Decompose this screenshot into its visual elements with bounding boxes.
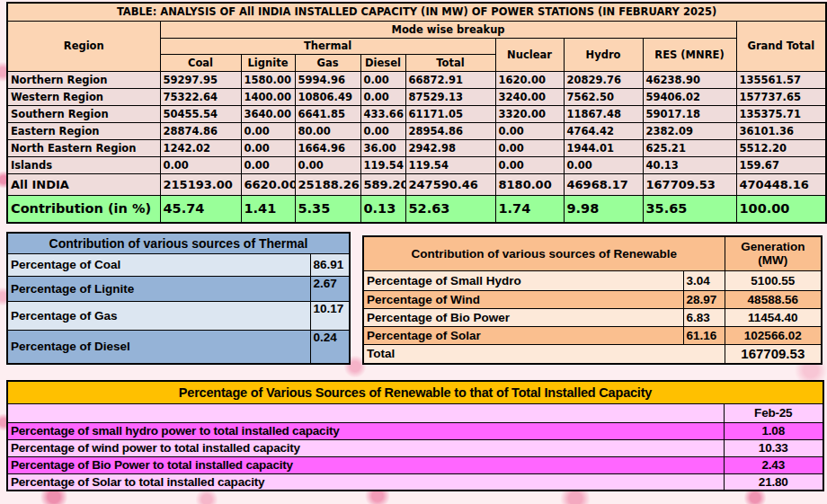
row-label: Islands [7, 156, 160, 173]
cell-hydro: 0.00 [564, 156, 643, 173]
cell-grand-total: 5512.20 [736, 139, 826, 156]
cell-thermal-total: 28954.86 [405, 122, 495, 139]
renewable-header-row: Contribution of various sources of Renew… [363, 236, 822, 270]
row-label: Total [363, 344, 725, 364]
col-header-diesel: Diesel [360, 54, 405, 71]
main-title-row: TABLE: ANALYSIS OF All INDIA INSTALLED C… [7, 3, 826, 21]
cell-value: 21.80 [724, 473, 823, 491]
col-header-hydro: Hydro [564, 38, 643, 71]
cell-nuclear: 1620.00 [495, 71, 564, 88]
row-small-hydro-share: Percentage of small hydro power to total… [7, 422, 823, 439]
row-small-hydro: Percentage of Small Hydro 3.04 5100.55 [363, 270, 822, 290]
cell-generation: 5100.55 [725, 270, 822, 290]
cell-grand-total: 100.00 [736, 195, 826, 223]
cell-nuclear: 0.00 [495, 122, 564, 139]
row-label: Percentage of Coal [7, 253, 310, 276]
row-renewable-total: Total 167709.53 [363, 344, 822, 364]
cell-value: 2.43 [724, 456, 823, 473]
cell-gas: 5994.96 [295, 71, 360, 88]
cell-lignite: 1400.00 [241, 88, 295, 105]
installed-capacity-table: TABLE: ANALYSIS OF All INDIA INSTALLED C… [6, 2, 827, 224]
row-label: Percentage of Bio Power to total install… [7, 456, 724, 473]
slide-background: { "colors": { "header_peach": "#fcd5b4",… [0, 0, 827, 504]
col-header-region: Region [7, 21, 160, 71]
row-label: Percentage of Solar [363, 326, 683, 344]
row-label: Percentage of small hydro power to total… [7, 422, 724, 439]
header-row-1: Region Mode wise breakup Grand Total [7, 21, 826, 38]
row-wind-share: Percentage of wind power to total instal… [7, 439, 823, 456]
cell-lignite: 0.00 [241, 122, 295, 139]
share-title-row: Percentage of Various Sources of Renewab… [7, 381, 823, 403]
row-all-india: All INDIA 215193.00 6620.00 25188.26 589… [7, 173, 826, 195]
cell-hydro: 4764.42 [564, 122, 643, 139]
cell-coal: 28874.86 [160, 122, 241, 139]
cell-res: 46238.90 [643, 71, 736, 88]
col-header-thermal-total: Total [405, 54, 495, 71]
row-label: Percentage of Lignite [7, 276, 310, 301]
row-label: Percentage of Diesel [7, 330, 310, 364]
cell-generation: 48588.56 [725, 290, 822, 308]
cell-hydro: 1944.01 [564, 139, 643, 156]
row-label: Percentage of Wind [363, 290, 683, 308]
row-label: North Eastern Region [7, 139, 160, 156]
share-table-title: Percentage of Various Sources of Renewab… [7, 381, 823, 403]
cell-grand-total: 157737.65 [736, 88, 826, 105]
cell-coal: 215193.00 [160, 173, 241, 195]
row-southern-region: Southern Region 50455.54 3640.00 6641.85… [7, 105, 826, 122]
col-header-grand-total: Grand Total [736, 21, 826, 71]
cell-nuclear: 3320.00 [495, 105, 564, 122]
cell-thermal-total: 2942.98 [405, 139, 495, 156]
cell-percent: 28.97 [683, 290, 725, 308]
cell-thermal-total: 66872.91 [405, 71, 495, 88]
row-diesel-percent: Percentage of Diesel 0.24 [7, 330, 350, 364]
row-label: Eastern Region [7, 122, 160, 139]
cell-res: 59406.02 [643, 88, 736, 105]
row-northern-region: Northern Region 59297.95 1580.00 5994.96… [7, 71, 826, 88]
cell-lignite: 0.00 [241, 139, 295, 156]
row-bio-power-share: Percentage of Bio Power to total install… [7, 456, 823, 473]
cell-hydro: 46968.17 [564, 173, 643, 195]
row-gas-percent: Percentage of Gas 10.17 [7, 301, 350, 330]
cell-value: 1.08 [724, 422, 823, 439]
cell-gas: 80.00 [295, 122, 360, 139]
share-period-row: Feb-25 [7, 403, 823, 422]
cell-diesel: 0.13 [360, 195, 405, 223]
cell-percent: 3.04 [683, 270, 725, 290]
cell-diesel: 589.20 [360, 173, 405, 195]
cell-nuclear-highlight: 1.74 [495, 195, 564, 223]
cell-total-generation-highlight: 167709.53 [725, 344, 822, 364]
col-header-lignite: Lignite [241, 54, 295, 71]
col-header-thermal: Thermal [160, 38, 495, 54]
cell-diesel: 119.54 [360, 156, 405, 173]
cell-res: 167709.53 [643, 173, 736, 195]
cell-thermal-total: 119.54 [405, 156, 495, 173]
row-label: Percentage of Solar to total installed c… [7, 473, 724, 491]
col-header-mode-wise-breakup: Mode wise breakup [160, 21, 736, 38]
cell-coal: 0.00 [160, 156, 241, 173]
row-islands: Islands 0.00 0.00 0.00 119.54 119.54 0.0… [7, 156, 826, 173]
cell-diesel: 0.00 [360, 122, 405, 139]
cell-grand-total: 36101.36 [736, 122, 826, 139]
cell-lignite: 1.41 [241, 195, 295, 223]
row-label: Percentage of Gas [7, 301, 310, 330]
cell-value: 86.91 [310, 253, 350, 276]
renewable-table-title: Contribution of various sources of Renew… [363, 236, 725, 270]
col-header-generation-mw: Generation (MW) [725, 236, 822, 270]
cell-percent: 61.16 [683, 326, 725, 344]
cell-hydro: 7562.50 [564, 88, 643, 105]
row-label: Percentage of Bio Power [363, 308, 683, 326]
cell-nuclear: 0.00 [495, 156, 564, 173]
cell-res-highlight: 35.65 [643, 195, 736, 223]
renewable-share-table: Percentage of Various Sources of Renewab… [6, 380, 824, 491]
cell-gas: 6641.85 [295, 105, 360, 122]
cell-generation: 11454.40 [725, 308, 822, 326]
cell-thermal-total: 61171.05 [405, 105, 495, 122]
cell-percent: 6.83 [683, 308, 725, 326]
row-solar: Percentage of Solar 61.16 102566.02 [363, 326, 822, 344]
empty-cell [7, 403, 724, 422]
renewable-contribution-table: Contribution of various sources of Renew… [362, 235, 823, 365]
row-western-region: Western Region 75322.64 1400.00 10806.49… [7, 88, 826, 105]
thermal-table-title: Contribution of various sources of Therm… [7, 233, 350, 253]
cell-grand-total: 135375.71 [736, 105, 826, 122]
cell-grand-total-highlight: 470448.16 [736, 173, 826, 195]
